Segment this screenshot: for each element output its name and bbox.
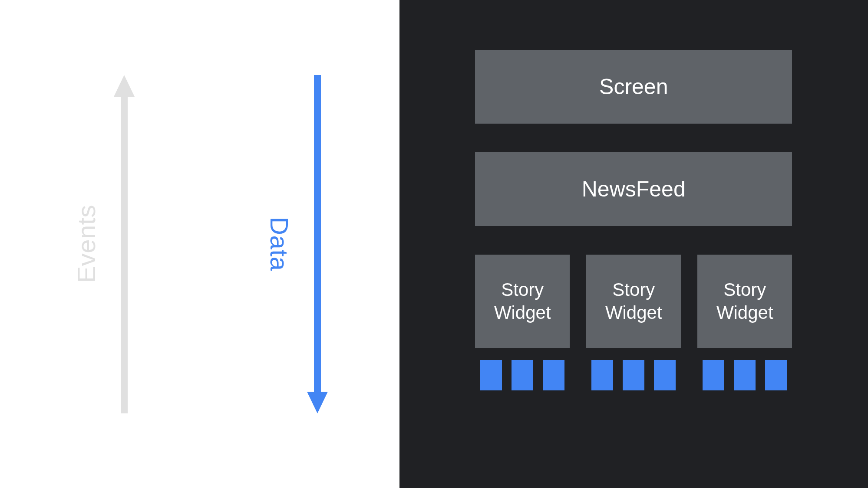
arrow-container: Events Data (72, 75, 328, 413)
chips-row-0 (480, 360, 564, 390)
chip (591, 360, 613, 390)
svg-marker-0 (114, 75, 135, 413)
widget-group-0: Story Widget (475, 255, 570, 390)
chip (480, 360, 502, 390)
chip (654, 360, 676, 390)
events-label: Events (72, 205, 101, 283)
story-widget-box: Story Widget (586, 255, 681, 348)
newsfeed-box: NewsFeed (475, 152, 792, 226)
chip (512, 360, 533, 390)
svg-marker-1 (307, 75, 328, 413)
chip (703, 360, 724, 390)
hierarchy-panel: Screen NewsFeed Story Widget Story Widge… (399, 0, 868, 488)
chips-row-1 (591, 360, 676, 390)
chip (623, 360, 644, 390)
screen-box: Screen (475, 50, 792, 124)
widget-group-1: Story Widget (586, 255, 681, 390)
chip (543, 360, 564, 390)
data-arrow-group: Data (265, 75, 328, 413)
events-arrow-group: Events (72, 75, 135, 413)
widget-group-2: Story Widget (697, 255, 792, 390)
story-widget-box: Story Widget (475, 255, 570, 348)
data-label: Data (265, 217, 294, 271)
flow-arrows-panel: Events Data (0, 0, 399, 488)
arrow-down-icon (307, 75, 328, 413)
arrow-up-icon (114, 75, 135, 413)
story-widget-box: Story Widget (697, 255, 792, 348)
widgets-row: Story Widget Story Widget Story Widget (475, 255, 792, 390)
chip (734, 360, 756, 390)
chip (765, 360, 787, 390)
chips-row-2 (703, 360, 787, 390)
